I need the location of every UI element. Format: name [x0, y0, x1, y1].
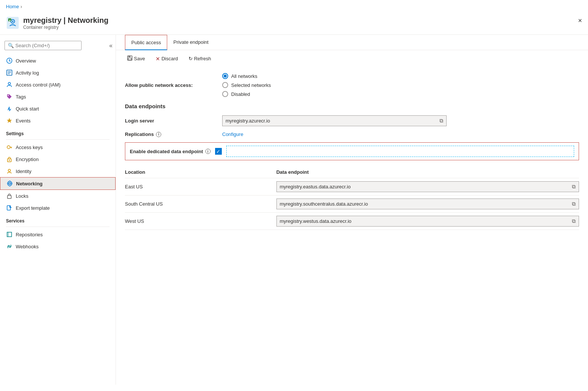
locks-icon	[6, 193, 13, 199]
configure-link[interactable]: Configure	[222, 131, 243, 137]
radio-disabled-circle	[222, 91, 228, 97]
sidebar-label-networking: Networking	[16, 181, 43, 187]
settings-divider	[6, 139, 110, 140]
activity-log-icon	[6, 69, 13, 76]
radio-selected-networks-label: Selected networks	[231, 82, 271, 88]
dedicated-endpoint-info-icon[interactable]: i	[205, 149, 211, 154]
sidebar-item-access-keys[interactable]: Access keys	[0, 141, 116, 153]
sidebar-item-networking[interactable]: Networking	[0, 177, 116, 190]
replications-row: Replications i Configure	[125, 131, 579, 137]
breadcrumb-home[interactable]: Home	[6, 4, 19, 9]
dedicated-endpoint-checkbox[interactable]: ✓	[215, 148, 222, 155]
endpoint-location: West US	[125, 213, 276, 230]
sidebar-label-tags: Tags	[16, 94, 26, 100]
copy-endpoint-icon[interactable]: ⧉	[572, 184, 576, 190]
endpoint-location: East US	[125, 178, 276, 196]
sidebar-item-overview[interactable]: Overview	[0, 55, 116, 67]
save-button[interactable]: Save	[125, 54, 147, 63]
copy-endpoint-icon[interactable]: ⧉	[572, 218, 576, 224]
sidebar-item-webhooks[interactable]: Webhooks	[0, 240, 116, 252]
replications-label: Replications i	[125, 131, 222, 137]
tab-public-access[interactable]: Public access	[125, 35, 167, 50]
svg-point-17	[8, 169, 10, 172]
endpoint-data: myregistry.eastus.data.azurecr.io ⧉	[276, 178, 579, 196]
search-box[interactable]: 🔍	[4, 41, 82, 50]
sidebar-item-export-template[interactable]: Export template	[0, 202, 116, 214]
discard-label: Discard	[162, 56, 178, 61]
login-server-value: myregistry.azurecr.io	[226, 118, 270, 124]
search-input[interactable]	[15, 43, 78, 48]
radio-all-networks-label: All networks	[231, 73, 257, 79]
sidebar-nav: Overview Activity log Access control (IA…	[0, 53, 116, 254]
col-data-endpoint: Data endpoint	[276, 166, 579, 178]
endpoints-table-header: Location Data endpoint	[125, 166, 579, 178]
discard-button[interactable]: ✕ Discard	[153, 54, 180, 63]
endpoint-data: myregistry.westus.data.azurecr.io ⧉	[276, 213, 579, 230]
iam-icon	[6, 81, 13, 88]
dedicated-endpoint-label: Enable dedicated data endpoint i	[130, 149, 211, 154]
sidebar-label-access-control: Access control (IAM)	[16, 82, 61, 88]
table-row: East US myregistry.eastus.data.azurecr.i…	[125, 178, 579, 196]
sidebar-label-export-template: Export template	[16, 205, 50, 211]
table-row: South Central US myregistry.southcentral…	[125, 196, 579, 213]
sidebar-item-encryption[interactable]: Encryption	[0, 153, 116, 165]
services-divider	[6, 227, 110, 227]
sidebar-label-events: Events	[16, 118, 31, 124]
collapse-button[interactable]: «	[109, 42, 113, 49]
sidebar-label-repositories: Repositories	[16, 232, 43, 237]
login-server-row: Login server myregistry.azurecr.io ⧉	[125, 115, 579, 126]
dedicated-endpoint-row: Enable dedicated data endpoint i ✓	[125, 142, 579, 160]
sidebar-label-locks: Locks	[16, 193, 28, 199]
sidebar-label-webhooks: Webhooks	[16, 244, 39, 249]
svg-point-16	[9, 160, 10, 161]
sidebar-item-identity[interactable]: Identity	[0, 165, 116, 177]
network-options: All networks Selected networks Disabled	[222, 73, 271, 97]
radio-all-networks-circle	[222, 73, 228, 79]
endpoints-table: Location Data endpoint East US myregistr…	[125, 166, 579, 230]
svg-point-12	[7, 146, 10, 149]
sidebar-item-locks[interactable]: Locks	[0, 190, 116, 202]
sidebar-item-tags[interactable]: Tags	[0, 91, 116, 103]
sidebar-label-quick-start: Quick start	[16, 106, 39, 112]
close-button[interactable]: ×	[578, 17, 582, 25]
sidebar-item-repositories[interactable]: Repositories	[0, 228, 116, 240]
header-text: myregistry | Networking Container regist…	[23, 16, 108, 30]
svg-text:▲: ▲	[9, 19, 11, 21]
endpoint-text: myregistry.westus.data.azurecr.io	[280, 218, 352, 224]
tags-icon	[6, 93, 13, 100]
radio-selected-networks[interactable]: Selected networks	[222, 82, 271, 88]
network-access-row: Allow public network access: All network…	[125, 73, 579, 97]
login-server-label: Login server	[125, 118, 222, 124]
identity-icon	[6, 168, 13, 175]
endpoint-value-box: myregistry.eastus.data.azurecr.io ⧉	[276, 181, 579, 192]
repos-icon	[6, 231, 13, 238]
tab-private-endpoint[interactable]: Private endpoint	[167, 35, 214, 50]
login-server-copy-icon[interactable]: ⧉	[440, 118, 443, 124]
endpoint-text: myregistry.eastus.data.azurecr.io	[280, 184, 351, 190]
services-section-label: Services	[0, 214, 116, 225]
save-icon	[127, 55, 132, 62]
sidebar-item-events[interactable]: Events	[0, 115, 116, 127]
svg-rect-20	[7, 196, 11, 198]
col-location: Location	[125, 166, 276, 178]
data-endpoints-title: Data endpoints	[125, 103, 579, 109]
discard-icon: ✕	[156, 56, 160, 62]
svg-rect-27	[128, 56, 131, 57]
refresh-button[interactable]: ↻ Refresh	[186, 54, 214, 63]
sidebar-label-identity: Identity	[16, 169, 31, 174]
access-keys-icon	[6, 144, 13, 151]
dedicated-endpoint-dashed-area	[226, 146, 574, 157]
sidebar-item-quick-start[interactable]: Quick start	[0, 103, 116, 115]
webhooks-icon	[6, 243, 13, 250]
radio-selected-networks-circle	[222, 82, 228, 88]
sidebar-item-activity-log[interactable]: Activity log	[0, 67, 116, 79]
radio-all-networks[interactable]: All networks	[222, 73, 271, 79]
sidebar-item-access-control[interactable]: Access control (IAM)	[0, 79, 116, 91]
radio-disabled-label: Disabled	[231, 91, 250, 97]
radio-disabled[interactable]: Disabled	[222, 91, 271, 97]
replications-info-icon[interactable]: i	[156, 132, 161, 137]
copy-endpoint-icon[interactable]: ⧉	[572, 201, 576, 207]
sidebar-label-access-keys: Access keys	[16, 145, 43, 150]
breadcrumb: Home ›	[0, 0, 588, 13]
save-label: Save	[134, 56, 145, 61]
